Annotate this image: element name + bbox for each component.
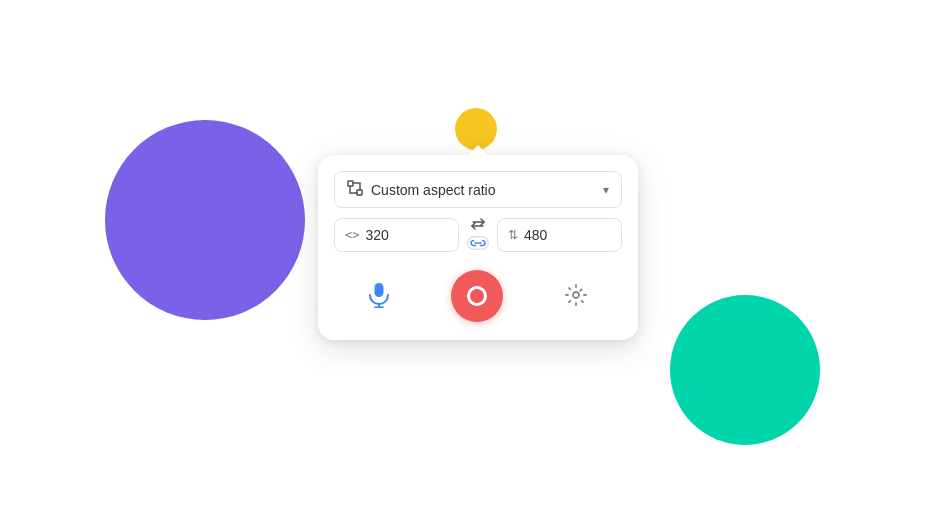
svg-rect-0: [348, 181, 353, 186]
link-aspect-ratio-button[interactable]: [467, 236, 489, 252]
scene: Custom aspect ratio ▾ <>: [0, 0, 930, 523]
svg-point-6: [573, 292, 579, 298]
aspect-ratio-dropdown[interactable]: Custom aspect ratio ▾: [334, 171, 622, 208]
teal-circle: [670, 295, 820, 445]
height-input-box: ⇅: [497, 218, 622, 252]
purple-circle: [105, 120, 305, 320]
action-row: [334, 266, 622, 324]
microphone-button[interactable]: [362, 276, 396, 317]
height-icon: ⇅: [508, 228, 518, 242]
yellow-circle: [455, 108, 497, 150]
svg-rect-3: [374, 283, 383, 297]
width-input[interactable]: [365, 227, 448, 243]
svg-rect-1: [357, 190, 362, 195]
middle-controls: [467, 218, 489, 252]
aspect-ratio-icon: [347, 180, 363, 199]
record-inner-circle: [467, 286, 487, 306]
dimensions-input-row: <>: [334, 218, 622, 252]
settings-button[interactable]: [558, 277, 594, 316]
swap-button[interactable]: [470, 218, 486, 232]
width-icon: <>: [345, 228, 359, 242]
chevron-down-icon: ▾: [603, 183, 609, 197]
dropdown-label: Custom aspect ratio: [371, 182, 595, 198]
height-input[interactable]: [524, 227, 611, 243]
aspect-ratio-card: Custom aspect ratio ▾ <>: [318, 155, 638, 340]
width-input-box: <>: [334, 218, 459, 252]
record-button[interactable]: [451, 270, 503, 322]
